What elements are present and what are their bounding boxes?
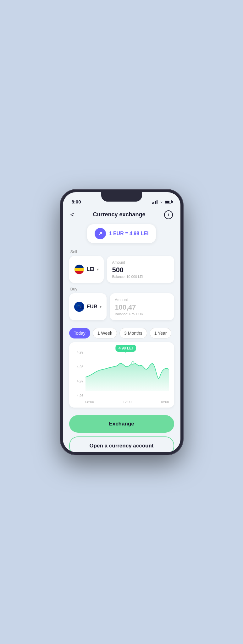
- open-account-button[interactable]: Open a currency account: [69, 436, 174, 452]
- buy-label: Buy: [69, 287, 174, 291]
- rate-trend-icon: ↗: [95, 228, 106, 239]
- flag-top: [75, 265, 84, 268]
- status-icons: ∿: [152, 199, 172, 204]
- header: < Currency exchange i: [63, 208, 180, 224]
- sell-amount-field[interactable]: Amount 500 Balance: 10 000 LEI: [107, 256, 174, 283]
- y-label-3: 4,98: [74, 365, 86, 369]
- sell-section: Sell LEI ▾ Amount 500 Balance: 10 000: [63, 249, 180, 283]
- flag-bot: [75, 271, 84, 274]
- status-time: 8:00: [72, 199, 81, 204]
- rate-badge: ↗ 1 EUR = 4,98 LEI: [87, 224, 156, 243]
- sell-row: LEI ▾ Amount 500 Balance: 10 000 LEI: [69, 256, 174, 283]
- buy-amount-label: Amount: [115, 298, 169, 302]
- sell-label: Sell: [69, 249, 174, 254]
- chart-area: 08:00 12:00 18:00: [86, 347, 169, 404]
- y-label-2: 4,97: [74, 379, 86, 383]
- lei-flag-icon: [74, 264, 84, 274]
- signal-bar-4: [157, 200, 157, 204]
- sell-amount-labels: Amount 500 Balance: 10 000 LEI: [112, 260, 169, 279]
- buy-currency-code: EUR: [87, 304, 97, 310]
- tooltip-dot: [132, 362, 134, 364]
- info-button[interactable]: i: [164, 210, 173, 219]
- action-buttons: Exchange Open a currency account: [63, 413, 180, 452]
- screen: 8:00 ∿ < Currency exchange i: [63, 192, 180, 452]
- sell-balance: Balance: 10 000 LEI: [112, 275, 169, 279]
- y-label-1: 4,96: [74, 394, 86, 398]
- chart-svg-wrapper: 4,99 4,98 4,97 4,96: [74, 347, 169, 404]
- buy-amount-value: 100,47: [115, 303, 169, 311]
- x-label-2: 12:00: [123, 400, 132, 404]
- chart-svg: [86, 347, 169, 398]
- buy-section: Buy 🇪🇺 EUR ▾ Amount 100,47 Balance: 675 …: [63, 287, 180, 320]
- chart-container: 4,98 LEI 4,99 4,98 4,97 4,96: [69, 342, 174, 408]
- buy-chevron-icon: ▾: [100, 305, 102, 309]
- buy-amount-labels: Amount 100,47 Balance: 675 EUR: [115, 298, 169, 316]
- wifi-icon: ∿: [159, 199, 163, 204]
- sell-amount-value: 500: [112, 266, 169, 274]
- rate-badge-container: ↗ 1 EUR = 4,98 LEI: [70, 224, 173, 243]
- filter-1week[interactable]: 1 Week: [93, 328, 117, 338]
- filter-3months[interactable]: 3 Months: [119, 328, 147, 338]
- buy-row: 🇪🇺 EUR ▾ Amount 100,47 Balance: 675 EUR: [69, 293, 174, 320]
- exchange-button[interactable]: Exchange: [69, 415, 174, 433]
- chart-fill: [86, 363, 169, 391]
- x-label-3: 18:00: [160, 400, 169, 404]
- battery-fill: [165, 201, 170, 203]
- filter-1year[interactable]: 1 Year: [150, 328, 172, 338]
- battery-icon: [165, 200, 172, 203]
- filter-today[interactable]: Today: [69, 328, 90, 338]
- signal-bar-1: [152, 203, 153, 204]
- chart-x-axis: 08:00 12:00 18:00: [86, 399, 169, 404]
- notch: [101, 192, 142, 202]
- buy-balance: Balance: 675 EUR: [115, 312, 169, 316]
- phone-frame: 8:00 ∿ < Currency exchange i: [60, 190, 183, 455]
- time-filters: Today 1 Week 3 Months 1 Year: [63, 324, 180, 342]
- buy-amount-field[interactable]: Amount 100,47 Balance: 675 EUR: [110, 293, 174, 320]
- chart-y-axis: 4,99 4,98 4,97 4,96: [74, 347, 86, 404]
- sell-amount-label: Amount: [112, 260, 169, 265]
- rate-text: 1 EUR = 4,98 LEI: [109, 231, 149, 236]
- x-label-1: 08:00: [86, 400, 94, 404]
- eur-flag-icon: 🇪🇺: [74, 302, 84, 312]
- back-button[interactable]: <: [70, 211, 75, 219]
- sell-chevron-icon: ▾: [97, 267, 99, 272]
- signal-bars-icon: [152, 200, 157, 204]
- y-label-4: 4,99: [74, 350, 86, 354]
- sell-currency-selector[interactable]: LEI ▾: [69, 256, 104, 283]
- signal-bar-2: [153, 202, 154, 204]
- sell-currency-code: LEI: [87, 267, 95, 272]
- signal-bar-3: [155, 201, 156, 204]
- buy-currency-selector[interactable]: 🇪🇺 EUR ▾: [69, 293, 107, 320]
- flag-mid: [75, 268, 84, 271]
- page-title: Currency exchange: [93, 211, 145, 218]
